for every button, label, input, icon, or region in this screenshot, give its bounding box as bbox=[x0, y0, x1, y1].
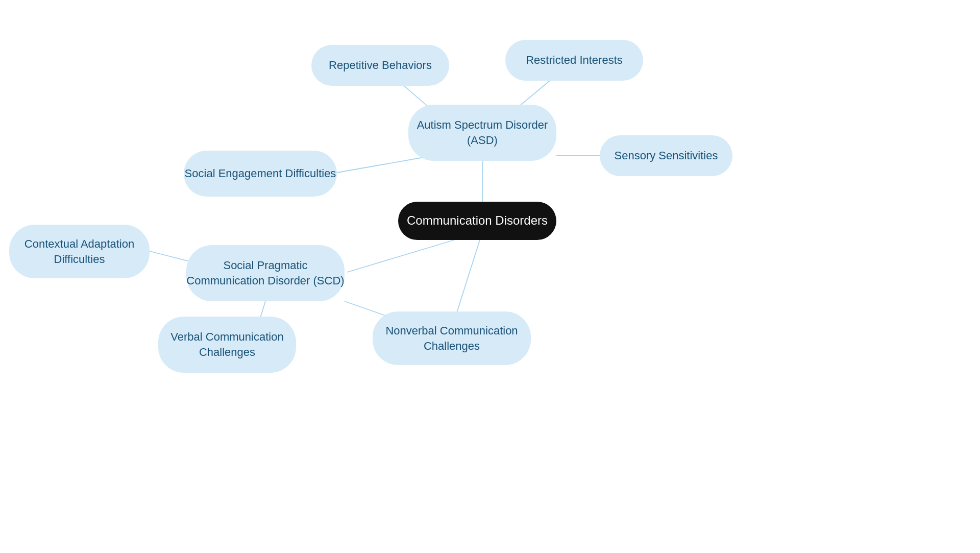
node-sensory-sensitivities[interactable]: Sensory Sensitivities bbox=[600, 135, 732, 176]
node-repetitive-behaviors[interactable]: Repetitive Behaviors bbox=[311, 45, 449, 86]
node-scd[interactable]: Social Pragmatic Communication Disorder … bbox=[186, 245, 345, 301]
node-asd[interactable]: Autism Spectrum Disorder (ASD) bbox=[408, 105, 556, 161]
connections-svg bbox=[0, 0, 980, 553]
svg-line-5 bbox=[347, 240, 454, 272]
node-nonverbal[interactable]: Nonverbal Communication Challenges bbox=[373, 311, 531, 365]
node-communication-disorders[interactable]: Communication Disorders bbox=[398, 202, 556, 240]
node-social-engagement[interactable]: Social Engagement Difficulties bbox=[184, 151, 337, 197]
node-restricted-interests[interactable]: Restricted Interests bbox=[505, 40, 643, 81]
node-verbal[interactable]: Verbal Communication Challenges bbox=[158, 317, 296, 373]
svg-line-8 bbox=[260, 301, 265, 318]
svg-line-6 bbox=[457, 240, 480, 312]
node-contextual-adaptation[interactable]: Contextual Adaptation Difficulties bbox=[9, 225, 150, 278]
svg-line-2 bbox=[337, 156, 433, 173]
